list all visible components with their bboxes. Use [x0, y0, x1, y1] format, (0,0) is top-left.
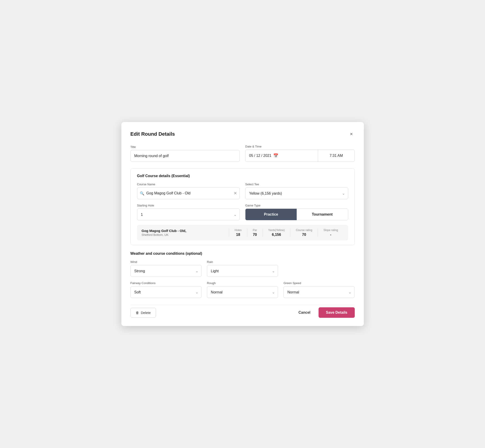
- select-tee-wrap: Yellow (6,156 yards) White (6,500 yards)…: [245, 187, 348, 199]
- wind-label: Wind: [130, 260, 202, 264]
- time-value: 7:31 AM: [330, 154, 343, 158]
- modal-header: Edit Round Details ×: [130, 130, 355, 138]
- date-part[interactable]: 05 / 12 / 2021 📅: [245, 150, 318, 162]
- stat-yards: Yards(Yellow) 6,156: [263, 229, 290, 237]
- hole-gametype-row: Starting Hole 1234 5678 910 ⌄ Game Type …: [137, 204, 348, 220]
- golf-section-card: Golf Course details (Essential) Course N…: [130, 168, 355, 245]
- cancel-button[interactable]: Cancel: [295, 308, 314, 317]
- weather-title: Weather and course conditions (optional): [130, 252, 355, 256]
- golf-section-title: Golf Course details (Essential): [137, 174, 348, 178]
- fairway-rough-green-row: Fairway Conditions DryNormal SoftWet ⌄ R…: [130, 281, 355, 298]
- wind-dropdown[interactable]: CalmLightModerate StrongVery Strong: [130, 265, 202, 277]
- stat-par: Par 70: [247, 229, 263, 237]
- fairway-select-wrap: DryNormal SoftWet ⌄: [130, 286, 202, 298]
- title-input[interactable]: [130, 150, 240, 162]
- course-name-input[interactable]: [137, 187, 240, 199]
- title-field-group: Title: [130, 145, 240, 162]
- rough-group: Rough ShortNormal LongVery Long ⌄: [207, 281, 278, 298]
- select-tee-dropdown[interactable]: Yellow (6,156 yards) White (6,500 yards)…: [245, 187, 348, 199]
- rain-label: Rain: [207, 260, 278, 264]
- datetime-label: Date & Time: [245, 145, 355, 148]
- date-value: 05 / 12 / 2021: [249, 154, 271, 158]
- rough-select-wrap: ShortNormal LongVery Long ⌄: [207, 286, 278, 298]
- course-name-label: Course Name: [137, 183, 240, 186]
- green-speed-select-wrap: SlowNormal FastVery Fast ⌄: [283, 286, 355, 298]
- fairway-label: Fairway Conditions: [130, 281, 202, 285]
- course-name-group: Course Name 🔍 ✕: [137, 183, 240, 199]
- starting-hole-label: Starting Hole: [137, 204, 240, 207]
- stat-slope-rating: Slope rating -: [318, 229, 343, 237]
- stat-course-rating: Course rating 70: [290, 229, 318, 237]
- trash-icon: 🗑: [136, 311, 139, 315]
- clear-course-button[interactable]: ✕: [234, 191, 237, 196]
- rough-label: Rough: [207, 281, 278, 285]
- delete-button[interactable]: 🗑 Delete: [130, 308, 156, 318]
- wind-select-wrap: CalmLightModerate StrongVery Strong ⌄: [130, 265, 202, 277]
- course-info-name: Gog Magog Golf Club - Old,: [142, 229, 229, 233]
- fairway-dropdown[interactable]: DryNormal SoftWet: [130, 286, 202, 298]
- starting-hole-wrap: 1234 5678 910 ⌄: [137, 208, 240, 220]
- top-row: Title Date & Time 05 / 12 / 2021 📅 7:31 …: [130, 145, 355, 162]
- edit-round-modal: Edit Round Details × Title Date & Time 0…: [121, 122, 364, 326]
- datetime-input: 05 / 12 / 2021 📅 7:31 AM: [245, 150, 355, 162]
- practice-button[interactable]: Practice: [245, 209, 297, 220]
- datetime-field-group: Date & Time 05 / 12 / 2021 📅 7:31 AM: [245, 145, 355, 162]
- select-tee-group: Select Tee Yellow (6,156 yards) White (6…: [245, 183, 348, 199]
- save-button[interactable]: Save Details: [319, 307, 355, 318]
- title-label: Title: [130, 145, 240, 149]
- calendar-icon: 📅: [273, 153, 278, 158]
- green-speed-label: Green Speed: [283, 281, 355, 285]
- fairway-group: Fairway Conditions DryNormal SoftWet ⌄: [130, 281, 202, 298]
- starting-hole-group: Starting Hole 1234 5678 910 ⌄: [137, 204, 240, 220]
- modal-title: Edit Round Details: [130, 131, 175, 137]
- game-type-toggle: Practice Tournament: [245, 208, 348, 220]
- footer-right: Cancel Save Details: [295, 307, 355, 318]
- course-info-name-block: Gog Magog Golf Club - Old, Shelford Bott…: [142, 229, 229, 237]
- wind-group: Wind CalmLightModerate StrongVery Strong…: [130, 260, 202, 277]
- green-speed-group: Green Speed SlowNormal FastVery Fast ⌄: [283, 281, 355, 298]
- wind-rain-row: Wind CalmLightModerate StrongVery Strong…: [130, 260, 355, 277]
- course-tee-row: Course Name 🔍 ✕ Select Tee Yellow (6,156…: [137, 183, 348, 199]
- rain-dropdown[interactable]: NoneLight ModerateHeavy: [207, 265, 278, 277]
- stat-holes: Holes 18: [229, 229, 247, 237]
- tournament-button[interactable]: Tournament: [297, 209, 348, 220]
- starting-hole-dropdown[interactable]: 1234 5678 910: [137, 208, 240, 220]
- course-name-wrap: 🔍 ✕: [137, 187, 240, 199]
- weather-section: Weather and course conditions (optional)…: [130, 252, 355, 298]
- game-type-group: Game Type Practice Tournament: [245, 204, 348, 220]
- select-tee-label: Select Tee: [245, 183, 348, 186]
- course-info-location: Shelford Bottom, UK: [142, 233, 229, 237]
- rain-select-wrap: NoneLight ModerateHeavy ⌄: [207, 265, 278, 277]
- close-button[interactable]: ×: [348, 130, 355, 138]
- green-speed-dropdown[interactable]: SlowNormal FastVery Fast: [283, 286, 355, 298]
- course-info-bar: Gog Magog Golf Club - Old, Shelford Bott…: [137, 225, 348, 240]
- rain-group: Rain NoneLight ModerateHeavy ⌄: [207, 260, 278, 277]
- modal-footer: 🗑 Delete Cancel Save Details: [130, 305, 355, 318]
- time-part[interactable]: 7:31 AM: [318, 150, 355, 162]
- rough-dropdown[interactable]: ShortNormal LongVery Long: [207, 286, 278, 298]
- game-type-label: Game Type: [245, 204, 348, 207]
